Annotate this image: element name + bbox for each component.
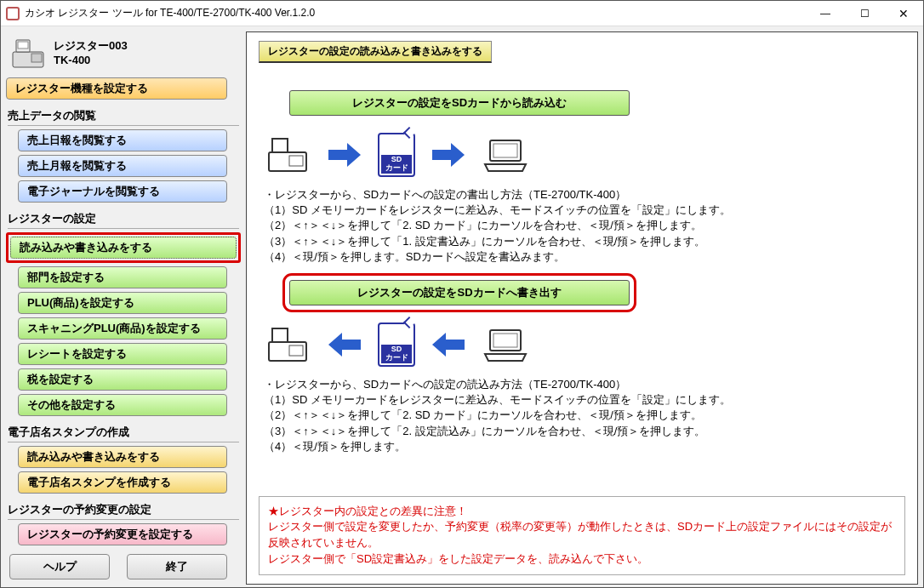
flow-read: SDカード [264,133,905,177]
flow-write: SDカード [264,323,905,367]
write-to-sd-button[interactable]: レジスターの設定をSDカードへ書き出す [289,280,630,305]
svg-rect-9 [269,342,306,361]
register-name: レジスター003 [54,39,128,54]
exit-button[interactable]: 終了 [127,554,227,579]
plu-button[interactable]: PLU(商品)を設定する [18,292,227,314]
arrow-right-icon [431,141,466,168]
scanplu-button[interactable]: スキャニングPLU(商品)を設定する [18,317,227,340]
receipt-button[interactable]: レシートを設定する [18,343,227,365]
svg-rect-4 [269,152,306,171]
tab-rw[interactable]: レジスターの設定の読み込みと書き込みをする [259,41,492,63]
minimize-button[interactable]: — [806,1,845,26]
write-instructions: ・レジスターから、SDカードへの設定の読込み方法（TE-2700/TK-400）… [264,377,905,454]
maximize-button[interactable]: ☐ [845,1,884,26]
configure-model-button[interactable]: レジスター機種を設定する [6,77,227,100]
svg-rect-3 [31,54,42,62]
selected-highlight: 読み込みや書き込みをする [6,232,241,263]
svg-rect-6 [289,156,303,166]
help-button[interactable]: ヘルプ [9,554,110,579]
sd-card-icon: SDカード [378,323,415,367]
main-panel: レジスターの設定の読み込みと書き込みをする レジスターの設定をSDカードから読み… [246,31,918,585]
tax-button[interactable]: 税を設定する [18,368,227,391]
laptop-icon [482,325,529,364]
warning-box: ★レジスター内の設定との差異に注意！ レジスター側で設定を変更したか、予約変更（… [259,496,905,575]
reserve-button[interactable]: レジスターの予約変更を設定する [18,523,227,545]
other-button[interactable]: その他を設定する [18,394,227,416]
register-icon [264,135,311,174]
arrow-left-icon [431,331,466,358]
sales-daily-button[interactable]: 売上日報を閲覧する [18,129,227,151]
sales-journal-button[interactable]: 電子ジャーナルを閲覧する [18,180,227,203]
arrow-left-icon [327,331,362,358]
window-title: カシオ レジスター ツール for TE-400/TE-2700/TK-400 … [25,6,806,20]
section-stamp: 電子店名スタンプの作成 [8,425,239,442]
read-instructions: ・レジスターから、SDカードへの設定の書出し方法（TE-2700/TK-400）… [264,187,905,265]
register-model: TK-400 [54,54,128,68]
stamp-create-button[interactable]: 電子店名スタンプを作成する [18,471,227,494]
svg-rect-13 [493,334,517,347]
dept-button[interactable]: 部門を設定する [18,266,227,288]
laptop-icon [482,135,529,174]
stamp-rw-button[interactable]: 読み込みや書き込みをする [18,446,227,468]
close-button[interactable]: ✕ [884,1,923,26]
section-reserve: レジスターの予約変更の設定 [8,502,239,520]
register-icon [264,325,311,364]
svg-rect-2 [18,42,28,49]
read-from-sd-button[interactable]: レジスターの設定をSDカードから読み込む [289,90,630,116]
sd-card-icon: SDカード [378,133,415,177]
sidebar: レジスター003 TK-400 レジスター機種を設定する 売上データの閲覧 売上… [6,31,241,585]
register-info: レジスター003 TK-400 [54,39,128,68]
sales-monthly-button[interactable]: 売上月報を閲覧する [18,155,227,177]
arrow-right-icon [327,141,362,168]
svg-rect-10 [272,328,288,342]
register-icon [9,37,47,71]
section-settings: レジスターの設定 [8,211,239,229]
section-sales: 売上データの閲覧 [8,108,239,126]
svg-rect-11 [289,345,303,356]
titlebar: カシオ レジスター ツール for TE-400/TE-2700/TK-400 … [1,1,923,26]
rw-button-selected[interactable]: 読み込みや書き込みをする [10,237,237,259]
svg-rect-8 [493,144,517,157]
svg-rect-5 [272,139,288,152]
app-icon [6,7,20,20]
